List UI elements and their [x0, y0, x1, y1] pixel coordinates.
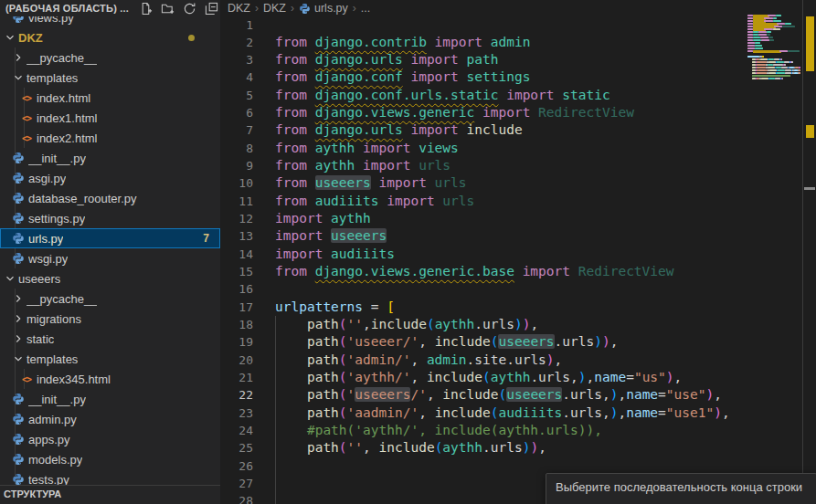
code-line-12[interactable]: import aythh: [275, 210, 743, 227]
tree-item-label: database_roouter.py: [28, 192, 137, 205]
code-line-6[interactable]: from django.views.generic import Redirec…: [275, 104, 743, 121]
tree-item-admin-py[interactable]: admin.py: [0, 409, 220, 429]
tree-item-wsgi-py[interactable]: wsgi.py: [0, 248, 220, 268]
code-line-2[interactable]: from django.contrib import admin: [275, 34, 743, 51]
code-token: from: [275, 52, 315, 67]
code-line-14[interactable]: import audiiits: [275, 246, 743, 263]
tree-item-index345-html[interactable]: <>index345.html: [0, 369, 220, 389]
code-line-19[interactable]: path('useeer/', include(useeers.urls)),: [275, 333, 743, 351]
tree-item-models-py[interactable]: models.py: [0, 449, 220, 469]
tree-item--init-py[interactable]: __init__.py: [0, 148, 220, 168]
tree-item-index1-html[interactable]: <>index1.html: [0, 108, 220, 128]
breadcrumb-item[interactable]: DKZ: [228, 2, 250, 15]
code-area[interactable]: from django.contrib import adminfrom dja…: [275, 16, 743, 504]
code-token: import: [498, 88, 562, 102]
code-token: urls: [435, 175, 467, 190]
code-token: (: [339, 387, 347, 402]
code-token: import: [275, 211, 331, 226]
code-token: .urls: [474, 317, 514, 331]
tree-item-index2-html[interactable]: <>index2.html: [0, 128, 220, 148]
minimap-line: [757, 72, 766, 74]
tree-item-urls-py[interactable]: urls.py7: [0, 228, 220, 248]
minimap-line: [764, 17, 772, 19]
minimap-line: [784, 64, 786, 66]
code-token: /': [410, 387, 426, 402]
tree-item-templates[interactable]: templates: [0, 68, 220, 88]
code-line-1[interactable]: [275, 16, 743, 34]
code-line-4[interactable]: from django.conf import settings: [275, 68, 743, 86]
minimap-line: [777, 61, 784, 63]
code-line-20[interactable]: path('admin/', admin.site.urls),: [275, 352, 743, 369]
problems-dot: [188, 35, 195, 41]
tree-item-database-roouter-py[interactable]: database_roouter.py: [0, 188, 220, 208]
code-token: useeers: [315, 175, 371, 190]
code-token: (: [427, 317, 435, 331]
code-line-7[interactable]: from django.urls import include: [275, 121, 743, 139]
collapse-all-icon[interactable]: [204, 1, 218, 16]
html-icon: <>: [20, 91, 33, 105]
code-token: urls: [419, 158, 450, 173]
minimap-line: [773, 17, 778, 19]
code-line-25[interactable]: path('', include(aythh.urls)),: [275, 439, 743, 457]
code-token: aythh: [435, 317, 475, 331]
minimap-line: [768, 37, 773, 38]
tree-item--init-py[interactable]: __init__.py: [0, 389, 220, 409]
code-token: ,: [363, 317, 371, 331]
explorer-section-header[interactable]: (РАБОЧАЯ ОБЛАСТЬ) ...: [0, 0, 220, 16]
outline-section-header[interactable]: СТРУКТУРА: [0, 485, 220, 504]
tree-item-dkz[interactable]: DKZ: [0, 27, 220, 47]
code-line-18[interactable]: path('',include(aythh.urls)),: [275, 316, 743, 333]
tree-item--pycache-[interactable]: __pycache__: [0, 47, 220, 68]
minimap-line: [747, 37, 753, 38]
code-line-17[interactable]: urlpatterns = [: [275, 299, 743, 316]
breadcrumb-item[interactable]: ...: [361, 2, 370, 15]
code-token: 'useeer/': [347, 334, 419, 349]
tree-item-index-html[interactable]: <>index.html: [0, 88, 220, 108]
minimap-line: [773, 64, 784, 66]
code-line-11[interactable]: from audiiits import urls: [275, 193, 743, 210]
tree-item-useeers[interactable]: useeers: [0, 268, 220, 289]
code-line-9[interactable]: from aythh import urls: [275, 157, 743, 174]
code-token: 'aythh/': [347, 370, 411, 384]
code-token: include: [435, 334, 491, 349]
tree-item-apps-py[interactable]: apps.py: [0, 429, 220, 449]
code-line-8[interactable]: from aythh import views: [275, 140, 743, 157]
breadcrumb-label: urls.py: [314, 2, 348, 15]
minimap[interactable]: [747, 12, 800, 100]
code-line-22[interactable]: path('useeers/', include(useeers.urls,),…: [275, 386, 743, 404]
breadcrumb-item[interactable]: urls.py: [299, 2, 348, 15]
code-token: [275, 440, 307, 455]
breadcrumb-item[interactable]: DKZ: [263, 2, 286, 15]
tree-item-asgi-py[interactable]: asgi.py: [0, 168, 220, 188]
eol-tooltip: Выберите последовательность конца строки: [546, 473, 816, 504]
tree-item--pycache-[interactable]: __pycache__: [0, 289, 220, 309]
code-line-15[interactable]: from django.views.generic.base import Re…: [275, 263, 743, 280]
new-file-icon[interactable]: [138, 1, 153, 16]
chevron-right-icon: [12, 50, 25, 65]
code-line-16[interactable]: [275, 280, 743, 298]
overview-ruler[interactable]: [802, 0, 816, 504]
new-folder-icon[interactable]: [160, 1, 175, 16]
minimap-line: [781, 58, 783, 60]
code-token: import: [403, 52, 467, 67]
code-token: [275, 334, 307, 349]
code-line-5[interactable]: from django.conf.urls.static import stat…: [275, 87, 743, 104]
file-tree: views.pyDKZ__pycache__templates<>index.h…: [0, 7, 220, 489]
minimap-line: [799, 72, 800, 74]
code-line-3[interactable]: from django.urls import path: [275, 51, 743, 68]
code-token: (: [339, 370, 347, 384]
minimap-line: [753, 39, 761, 41]
tree-item-settings-py[interactable]: settings.py: [0, 208, 220, 228]
tree-item-migrations[interactable]: migrations: [0, 309, 220, 329]
code-line-13[interactable]: import useeers: [275, 227, 743, 245]
code-line-10[interactable]: from useeers import urls: [275, 174, 743, 192]
code-line-24[interactable]: #path('aythh/', include(aythh.urls)),: [275, 422, 743, 439]
tree-item-label: index.html: [37, 91, 90, 105]
tree-item-static[interactable]: static: [0, 329, 220, 349]
refresh-icon[interactable]: [182, 1, 196, 16]
code-line-21[interactable]: path('aythh/', include(aythh.urls,),name…: [275, 369, 743, 386]
editor-pane[interactable]: DKZ›DKZ›urls.py›... 12345678910111213141…: [220, 0, 816, 504]
tree-item-templates[interactable]: templates: [0, 349, 220, 369]
code-line-23[interactable]: path('aadmin/', include(audiiits.urls,),…: [275, 404, 743, 422]
line-number: 17: [220, 299, 253, 316]
